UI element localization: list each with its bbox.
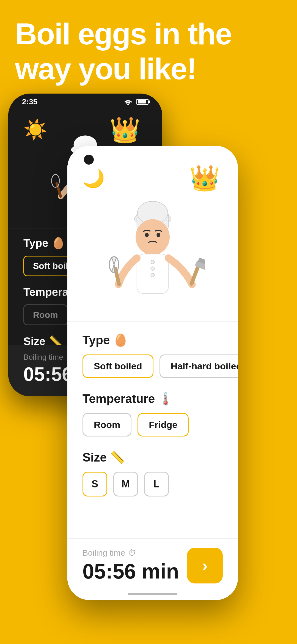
boiling-time-value-front: 05:56 min — [82, 559, 179, 583]
size-text-front: Size — [82, 451, 107, 464]
boiling-time-front: Boiling time ⏱ 05:56 min › — [67, 538, 238, 600]
svg-point-21 — [156, 233, 160, 237]
wifi-icon — [124, 99, 133, 105]
front-camera — [84, 155, 94, 165]
chef-illustration-front — [100, 187, 205, 303]
status-icons — [124, 99, 148, 105]
moon-icon: 🌙 — [82, 168, 105, 189]
temperature-text-back: Temperat — [23, 286, 72, 298]
egg-icon-back: 🥚 — [51, 237, 65, 250]
svg-point-26 — [151, 273, 154, 277]
size-l-btn-front[interactable]: L — [144, 472, 169, 496]
crown-icon-back: 👑 — [109, 116, 140, 144]
type-text-back: Type — [23, 237, 48, 249]
start-arrow-icon: › — [202, 557, 208, 574]
crown-icon-front: 👑 — [189, 164, 220, 193]
size-label-front: Size 📏 — [82, 450, 223, 465]
timer-icon-front: ⏱ — [128, 548, 136, 558]
front-phone: 🌙 👑 — [67, 146, 238, 600]
settings-front: Type 🥚 Soft boiled Half-hard boiled Hard… — [67, 325, 238, 600]
half-hard-btn-front[interactable]: Half-hard boiled — [160, 354, 238, 378]
headline-line1: Boil eggs in the — [15, 17, 232, 51]
start-button[interactable]: › — [187, 548, 223, 583]
svg-point-25 — [151, 267, 154, 270]
fridge-btn-front[interactable]: Fridge — [138, 413, 189, 436]
type-label-front: Type 🥚 — [82, 333, 223, 347]
svg-point-13 — [52, 174, 59, 187]
boiling-label-text-front: Boiling time — [82, 548, 125, 558]
ruler-icon-front: 📏 — [110, 450, 125, 465]
type-buttons-front: Soft boiled Half-hard boiled Hard — [82, 354, 223, 378]
boiling-label-front: Boiling time ⏱ — [82, 548, 179, 558]
size-buttons-front: S M L — [82, 472, 223, 496]
svg-point-24 — [151, 260, 154, 264]
chef-divider-front — [67, 321, 238, 322]
egg-icon-front: 🥚 — [113, 333, 128, 347]
thermometer-icon-front: 🌡️ — [158, 392, 173, 406]
back-phone-time: 2:35 — [22, 97, 37, 106]
room-btn-front[interactable]: Room — [82, 413, 131, 436]
size-m-btn-front[interactable]: M — [113, 472, 138, 496]
svg-point-0 — [127, 103, 129, 105]
home-indicator — [128, 593, 177, 595]
svg-point-20 — [145, 233, 148, 237]
boiling-info: Boiling time ⏱ 05:56 min — [82, 548, 179, 583]
boiling-label-text-back: Boiling time — [23, 353, 63, 362]
room-btn-back[interactable]: Room — [23, 304, 68, 325]
chef-area-front: 🌙 👑 — [67, 146, 238, 322]
battery-icon — [136, 99, 148, 105]
temperature-text-front: Temperature — [82, 392, 155, 406]
temperature-label-front: Temperature 🌡️ — [82, 392, 223, 406]
headline-line2: way you like! — [15, 52, 196, 86]
size-s-btn-front[interactable]: S — [82, 472, 107, 496]
temperature-buttons-front: Room Fridge — [82, 413, 223, 436]
sun-icon: ☀️ — [23, 118, 47, 141]
type-text-front: Type — [82, 333, 110, 347]
back-phone-status-bar: 2:35 — [22, 97, 148, 106]
soft-boiled-btn-front[interactable]: Soft boiled — [82, 354, 153, 378]
headline: Boil eggs in the way you like! — [15, 17, 282, 86]
